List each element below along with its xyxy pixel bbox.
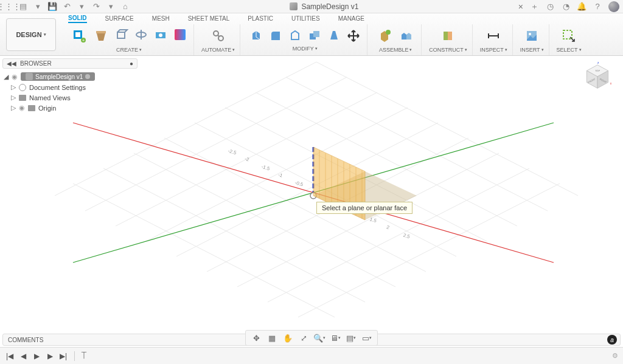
timeline-bar: |◀ ◀ ▶ ▶ ▶| ⟙ ⚙: [0, 347, 623, 364]
draft-button[interactable]: [325, 27, 343, 44]
browser-tree: ◢ ◉ SampleDesign v1 ▷ Document Settings …: [2, 71, 137, 113]
tree-item-origin[interactable]: ▷ ◉ Origin: [2, 103, 137, 113]
fillet-button[interactable]: [267, 27, 284, 44]
svg-rect-12: [313, 31, 319, 37]
tree-label: Named Views: [29, 94, 71, 101]
grid-settings-button[interactable]: ▤▾: [346, 332, 357, 343]
group-create: +: [64, 24, 194, 55]
collapse-browser-icon[interactable]: ◀◀: [7, 60, 16, 67]
new-component-button[interactable]: [375, 26, 394, 46]
tab-utilities[interactable]: UTILITIES: [291, 15, 320, 22]
construct-plane-button[interactable]: [438, 26, 458, 46]
group-construct: CONSTRUCT▾: [424, 24, 473, 55]
select-button[interactable]: [559, 26, 579, 46]
timeline-step-back-button[interactable]: ◀: [18, 351, 28, 361]
zoom-button[interactable]: ⤢: [298, 332, 309, 343]
svg-rect-15: [444, 32, 448, 40]
tab-solid[interactable]: SOLID: [68, 15, 87, 23]
add-tab-button[interactable]: ＋: [529, 2, 539, 12]
close-tab-button[interactable]: ×: [518, 2, 523, 12]
browser-panel: ◀◀ BROWSER ● ◢ ◉ SampleDesign v1 ▷ Docum…: [2, 58, 137, 113]
browser-header[interactable]: ◀◀ BROWSER ●: [2, 58, 137, 69]
user-avatar[interactable]: [608, 1, 619, 12]
pan-button[interactable]: ✋: [282, 332, 293, 343]
group-automate: AUTOMATE▾: [197, 24, 240, 55]
revolve-button[interactable]: [133, 26, 150, 43]
create-sketch-button[interactable]: +: [69, 26, 89, 46]
timeline-marker-icon[interactable]: ⟙: [81, 351, 87, 361]
apps-icon[interactable]: ⋮⋮⋮: [4, 2, 13, 12]
save-icon[interactable]: 💾: [47, 2, 57, 12]
new-file-dropdown[interactable]: ▾: [33, 2, 43, 12]
group-insert: INSERT▾: [515, 24, 549, 55]
look-at-button[interactable]: ▦: [266, 332, 277, 343]
timeline-play-button[interactable]: ▶: [32, 351, 41, 361]
home-icon[interactable]: ⌂: [120, 2, 130, 12]
joint-button[interactable]: [397, 26, 416, 46]
shell-button[interactable]: [287, 27, 304, 44]
redo-dropdown[interactable]: ▾: [106, 2, 116, 12]
svg-line-36: [73, 184, 335, 317]
timeline-settings-icon[interactable]: ⚙: [612, 352, 618, 360]
tab-surface[interactable]: SURFACE: [105, 15, 134, 22]
active-indicator-icon: [85, 74, 90, 79]
browser-title: BROWSER: [20, 60, 52, 67]
measure-button[interactable]: [484, 26, 503, 46]
visibility-toggle-icon[interactable]: ◉: [19, 104, 25, 112]
gear-icon: [19, 84, 26, 91]
job-status-icon[interactable]: ◔: [561, 2, 571, 12]
insert-button[interactable]: [522, 26, 541, 46]
svg-text:-2: -2: [244, 156, 250, 163]
folder-icon: [19, 95, 26, 101]
notifications-icon[interactable]: 🔔: [577, 2, 586, 12]
svg-text:TOP: TOP: [595, 69, 600, 72]
feedback-badge[interactable]: a: [607, 335, 617, 345]
redo-icon[interactable]: ↷: [91, 2, 101, 12]
timeline-step-forward-button[interactable]: ▶: [45, 351, 55, 361]
visibility-toggle-icon[interactable]: ◉: [12, 73, 18, 81]
design-cube-icon: [290, 2, 298, 10]
document-title: SampleDesign v1: [135, 2, 513, 11]
automate-button[interactable]: [209, 26, 228, 46]
tree-root[interactable]: ◢ ◉ SampleDesign v1: [2, 71, 137, 82]
tree-item-named-views[interactable]: ▷ Named Views: [2, 92, 137, 103]
viewport[interactable]: -2.5-2-1.5 -1-0.5 0.511.5 22.5 ◀◀ BROWSE…: [0, 56, 623, 331]
move-button[interactable]: [345, 27, 362, 44]
viewport-layout-button[interactable]: ▭▾: [361, 332, 372, 343]
help-icon[interactable]: ?: [593, 2, 602, 12]
navigation-toolbar: ✥ ▦ ✋ ⤢ 🔍▾ 🖥▾ ▤▾ ▭▾: [245, 330, 378, 346]
svg-point-10: [218, 36, 223, 41]
svg-text:-0.5: -0.5: [294, 180, 304, 188]
zoom-window-button[interactable]: 🔍▾: [314, 332, 325, 343]
tab-plastic[interactable]: PLASTIC: [248, 15, 273, 22]
press-pull-button[interactable]: [248, 27, 265, 44]
group-select: SELECT▾: [552, 24, 586, 55]
group-inspect-label: INSPECT: [480, 47, 504, 53]
extensions-icon[interactable]: ◷: [545, 2, 555, 12]
extrude-button[interactable]: [113, 26, 130, 43]
combine-button[interactable]: [306, 27, 323, 44]
new-file-icon[interactable]: ▤: [18, 2, 28, 12]
hint-tooltip: Select a plane or planar face: [316, 202, 412, 214]
display-settings-button[interactable]: 🖥▾: [330, 332, 341, 343]
emboss-button[interactable]: [172, 26, 189, 43]
orbit-button[interactable]: ✥: [251, 332, 262, 343]
undo-dropdown[interactable]: ▾: [77, 2, 86, 12]
tab-manage[interactable]: MANAGE: [338, 15, 364, 22]
undo-icon[interactable]: ↶: [62, 2, 72, 12]
tree-item-document-settings[interactable]: ▷ Document Settings: [2, 82, 137, 92]
workspace-switcher[interactable]: DESIGN▾: [6, 18, 56, 51]
root-label: SampleDesign v1: [35, 74, 83, 80]
create-form-button[interactable]: [91, 26, 111, 46]
quick-access-toolbar: ⋮⋮⋮ ▤ ▾ 💾 ↶ ▾ ↷ ▾ ⌂ SampleDesign v1 × ＋ …: [0, 0, 623, 13]
view-cube[interactable]: TOP FRONT RIGHT z x: [583, 62, 612, 91]
browser-pin-icon[interactable]: ●: [130, 60, 133, 67]
group-create-label: CREATE: [116, 47, 138, 53]
timeline-start-button[interactable]: |◀: [5, 351, 15, 361]
timeline-end-button[interactable]: ▶|: [58, 351, 68, 361]
tab-mesh[interactable]: MESH: [152, 15, 170, 22]
ribbon-tool-row: +: [61, 24, 623, 55]
hole-button[interactable]: [152, 26, 169, 43]
tab-sheet-metal[interactable]: SHEET METAL: [188, 15, 230, 22]
root-component-chip[interactable]: SampleDesign v1: [21, 72, 95, 81]
